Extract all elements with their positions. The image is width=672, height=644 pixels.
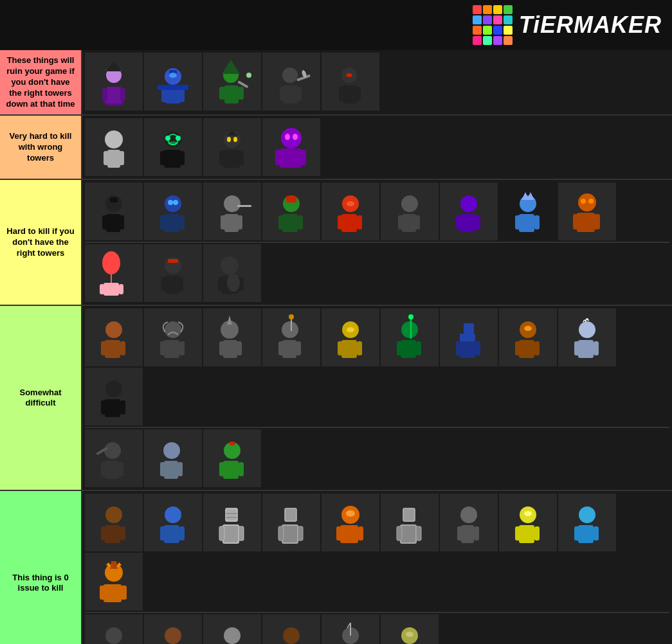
list-item[interactable] xyxy=(381,614,439,644)
list-item[interactable] xyxy=(440,309,498,366)
list-item[interactable] xyxy=(499,494,557,551)
svg-rect-201 xyxy=(358,526,363,541)
tier-b-row: Hard to kill if you don't have the right… xyxy=(0,180,672,306)
svg-point-88 xyxy=(460,195,477,212)
list-item[interactable] xyxy=(322,183,379,240)
svg-rect-106 xyxy=(100,284,104,294)
svg-rect-1 xyxy=(106,87,122,103)
svg-rect-131 xyxy=(282,340,296,358)
svg-rect-175 xyxy=(223,461,239,479)
svg-point-143 xyxy=(401,321,418,338)
svg-rect-54 xyxy=(300,150,306,165)
svg-rect-189 xyxy=(226,508,237,521)
list-item[interactable] xyxy=(203,118,261,176)
svg-rect-186 xyxy=(160,526,165,541)
svg-rect-218 xyxy=(574,526,579,541)
svg-point-65 xyxy=(173,200,178,205)
svg-rect-188 xyxy=(223,525,239,543)
list-item[interactable] xyxy=(85,183,143,240)
list-item[interactable]: Hidden xyxy=(85,614,143,644)
svg-rect-168 xyxy=(101,462,106,476)
list-item[interactable] xyxy=(203,614,261,644)
svg-point-167 xyxy=(104,442,121,459)
svg-point-22 xyxy=(282,67,298,83)
svg-rect-57 xyxy=(106,214,120,232)
svg-rect-207 xyxy=(461,525,474,543)
list-item[interactable] xyxy=(203,429,261,487)
list-item[interactable] xyxy=(85,429,143,487)
list-item[interactable] xyxy=(144,53,202,111)
list-item[interactable] xyxy=(85,309,143,366)
svg-rect-174 xyxy=(177,462,183,476)
list-item[interactable] xyxy=(85,244,143,302)
header: TiERMAKER xyxy=(0,0,672,50)
svg-rect-153 xyxy=(519,340,534,358)
list-item[interactable] xyxy=(262,183,320,240)
svg-rect-44 xyxy=(223,150,240,168)
svg-rect-115 xyxy=(218,277,224,291)
list-item[interactable] xyxy=(85,553,143,611)
list-item[interactable] xyxy=(85,118,143,176)
list-item[interactable] xyxy=(144,309,202,366)
list-item[interactable] xyxy=(262,614,320,644)
list-item[interactable] xyxy=(499,183,557,240)
list-item[interactable] xyxy=(499,309,557,366)
list-item[interactable] xyxy=(262,494,320,551)
list-item[interactable] xyxy=(85,53,143,111)
svg-rect-178 xyxy=(239,462,244,476)
list-item[interactable] xyxy=(144,183,202,240)
list-item[interactable] xyxy=(85,494,143,551)
svg-rect-13 xyxy=(158,85,188,90)
list-item[interactable] xyxy=(440,183,498,240)
list-item[interactable] xyxy=(144,494,202,551)
svg-point-114 xyxy=(221,256,239,274)
svg-rect-42 xyxy=(179,151,185,165)
svg-rect-191 xyxy=(239,526,244,541)
svg-rect-27 xyxy=(343,85,357,103)
svg-point-33 xyxy=(105,130,123,148)
list-item[interactable] xyxy=(203,494,261,551)
svg-point-31 xyxy=(346,73,352,77)
svg-rect-182 xyxy=(101,526,106,541)
list-item[interactable] xyxy=(203,244,261,302)
list-item[interactable] xyxy=(144,118,202,176)
list-item[interactable] xyxy=(381,309,439,366)
svg-rect-50 xyxy=(239,151,244,165)
list-item[interactable] xyxy=(558,309,616,366)
svg-point-181 xyxy=(105,506,122,523)
list-item[interactable] xyxy=(203,309,261,366)
svg-rect-89 xyxy=(456,215,461,229)
svg-rect-30 xyxy=(356,87,361,101)
list-item[interactable] xyxy=(322,494,379,551)
tier-c-row: Somewhat difficult xyxy=(0,306,672,491)
list-item[interactable] xyxy=(262,118,320,176)
list-item[interactable] xyxy=(144,429,202,487)
list-item[interactable] xyxy=(144,244,202,302)
list-item[interactable] xyxy=(381,494,439,551)
list-item[interactable] xyxy=(262,309,320,366)
list-item[interactable] xyxy=(203,53,261,111)
list-item[interactable] xyxy=(440,494,498,551)
svg-rect-165 xyxy=(120,400,125,415)
list-item[interactable] xyxy=(322,614,379,644)
list-item[interactable] xyxy=(262,53,320,111)
list-item[interactable] xyxy=(203,183,261,240)
svg-marker-130 xyxy=(227,316,232,325)
svg-rect-81 xyxy=(357,215,362,229)
tier-d-content: Hidden xyxy=(82,491,672,644)
svg-rect-70 xyxy=(221,215,226,229)
list-item[interactable] xyxy=(558,183,616,240)
svg-rect-126 xyxy=(223,340,237,358)
tier-a-content xyxy=(82,116,672,179)
svg-rect-164 xyxy=(101,400,106,415)
list-item[interactable] xyxy=(381,183,439,240)
svg-rect-161 xyxy=(594,341,599,355)
list-item[interactable] xyxy=(322,53,379,111)
tier-d-label: This thing is 0 issue to kill xyxy=(0,491,82,644)
list-item[interactable] xyxy=(144,614,202,644)
list-item[interactable] xyxy=(85,368,143,425)
svg-rect-134 xyxy=(296,341,301,355)
svg-rect-120 xyxy=(101,341,106,355)
list-item[interactable] xyxy=(322,309,379,366)
list-item[interactable] xyxy=(558,494,616,551)
